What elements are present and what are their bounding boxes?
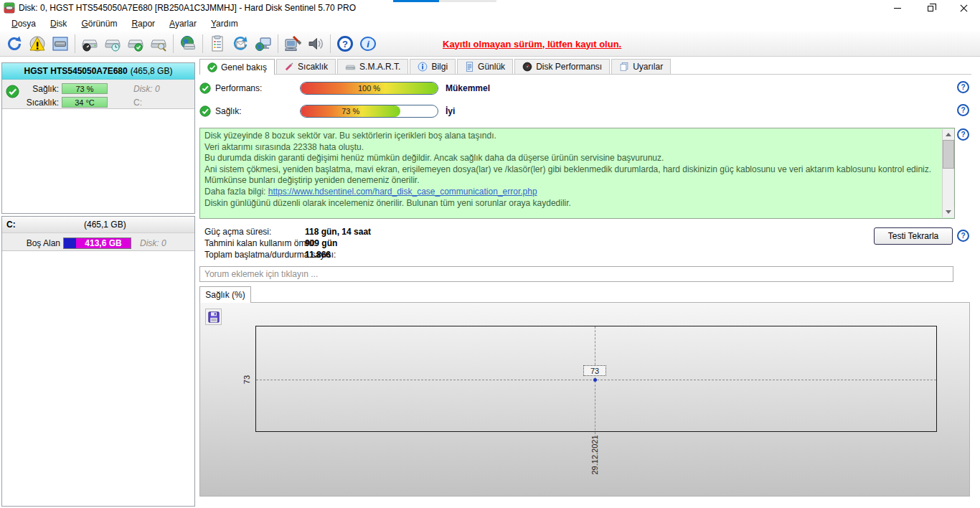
menu-disk[interactable]: Disk: [44, 17, 75, 30]
retest-button[interactable]: Testi Tekrarla: [874, 227, 953, 245]
scroll-up-icon[interactable]: [943, 129, 954, 140]
health-help-icon[interactable]: ?: [957, 104, 969, 116]
overlapping-window-sliver-gray: [439, 0, 496, 2]
disk-search-icon[interactable]: [147, 33, 170, 55]
more-info-prefix: Daha fazla bilgi:: [204, 187, 268, 197]
toolbar-separator: [75, 34, 75, 53]
disk-temp-bar: 34 °C: [62, 97, 108, 108]
tab-genel-bakis[interactable]: Genel bakış: [199, 59, 275, 75]
menu-gorunum[interactable]: Görünüm: [75, 17, 126, 30]
menu-rapor[interactable]: Rapor: [126, 17, 164, 30]
performance-row: Performans: 100 % Mükemmel: [199, 81, 490, 95]
stat-value-start-stop: 11.866: [305, 250, 331, 260]
restore-button[interactable]: [914, 0, 947, 16]
performance-help-icon[interactable]: ?: [957, 81, 969, 93]
main-tabs: Genel bakış Sıcaklık S.M.A.R.T. Bilgi Gü…: [199, 59, 971, 75]
message-line: Veri aktarımı sırasında 22338 hata oluşt…: [204, 142, 937, 154]
overview-check-icon: [207, 62, 217, 72]
tab-gunluk[interactable]: Günlük: [457, 59, 513, 74]
disk-panel-icon[interactable]: [49, 33, 72, 55]
tab-label: Uyarılar: [633, 62, 663, 72]
toolbar-separator: [173, 34, 174, 53]
partition-name: C:: [2, 220, 81, 230]
free-space-value: 413,6 GB: [76, 238, 131, 248]
chart-tab-health[interactable]: Sağlık (%): [199, 286, 251, 303]
free-space-used-segment: [64, 238, 76, 248]
performance-ok-icon: [199, 83, 211, 94]
free-space-label: Boş Alan: [2, 238, 63, 248]
toolbar: ? i Kayıtlı olmayan sürüm, lütfen kayıt …: [0, 32, 980, 57]
tab-smart[interactable]: S.M.A.R.T.: [337, 59, 408, 74]
scroll-down-icon[interactable]: [943, 207, 954, 217]
health-meter-fill: 73 %: [301, 105, 400, 117]
message-line: Diskin günlüğünü düzenli olarak inceleme…: [204, 198, 937, 210]
stat-value-lifetime: 909 gün: [305, 238, 337, 248]
chart-data-point: [593, 378, 597, 382]
help-glyph: ?: [337, 36, 353, 52]
partition-list: C: (465,1 GB) Boş Alan 413,6 GB Disk: 0: [1, 216, 195, 507]
warning-report-icon[interactable]: [26, 33, 49, 55]
sound-icon[interactable]: [304, 33, 327, 55]
help-icon[interactable]: ?: [334, 33, 357, 55]
disk-number-label: Disk: 0: [133, 84, 160, 94]
chart-point-label: 73: [583, 365, 606, 376]
message-help-icon[interactable]: ?: [957, 128, 969, 141]
log-page-icon: [465, 62, 474, 72]
health-ok-icon: [199, 105, 211, 117]
app-icon: [4, 2, 15, 14]
tab-sicaklik[interactable]: Sıcaklık: [276, 59, 336, 74]
menu-dosya[interactable]: Dosya: [6, 17, 44, 30]
tab-label: Günlük: [478, 62, 505, 72]
toolbar-separator: [278, 34, 278, 53]
chart-gridline-vertical: [595, 326, 595, 438]
menu-yardim[interactable]: Yardım: [205, 17, 247, 30]
remote-config-icon[interactable]: [281, 33, 304, 55]
disk-health-label: Sağlık:: [2, 84, 62, 94]
disk-gauge-icon[interactable]: [78, 33, 101, 55]
thermometer-icon: [284, 62, 294, 72]
performance-meter-fill: 100 %: [301, 83, 438, 94]
disk-model: HGST HTS545050A7E680: [24, 66, 128, 76]
scrollbar-thumb[interactable]: [943, 140, 954, 169]
tab-disk-performansi[interactable]: Disk Performansı: [514, 59, 610, 74]
partition-list-item[interactable]: C: (465,1 GB) Boş Alan 413,6 GB Disk: 0: [2, 217, 194, 251]
info-glyph: i: [360, 37, 376, 51]
disk-health-row: Sağlık: 73 % Disk: 0: [2, 83, 194, 95]
report-icon[interactable]: [206, 33, 229, 55]
window-controls: [881, 0, 980, 16]
performance-label: Performans:: [215, 83, 300, 93]
message-scrollbar[interactable]: [942, 129, 953, 217]
network-remote-icon[interactable]: [252, 33, 275, 55]
tab-label: Disk Performansı: [536, 62, 602, 72]
disk-test-icon[interactable]: [124, 33, 147, 55]
health-label: Sağlık:: [215, 106, 300, 116]
window-title: Disk: 0, HGST HTS545050A7E680 [RB250A1C3…: [19, 3, 356, 13]
tab-bilgi[interactable]: Bilgi: [410, 59, 456, 74]
more-info-link[interactable]: https://www.hdsentinel.com/hard_disk_cas…: [268, 187, 537, 197]
pages-icon: [619, 62, 629, 72]
tab-uyarilar[interactable]: Uyarılar: [611, 59, 671, 74]
message-line: Bu durumda diskin garanti değişimi henüz…: [204, 153, 937, 164]
tab-label: Genel bakış: [221, 62, 267, 72]
minimize-button[interactable]: [881, 0, 914, 16]
chart-save-button[interactable]: [205, 309, 222, 325]
close-button[interactable]: [947, 0, 980, 16]
disk-item-header: HGST HTS545050A7E680 (465,8 GB): [2, 63, 194, 80]
disk-temp-label: Sıcaklık:: [2, 98, 62, 108]
stat-label-lifetime: Tahmini kalan kullanım ömrü:: [204, 238, 316, 248]
disk-clock-icon[interactable]: [101, 33, 124, 55]
retest-help-icon[interactable]: ?: [957, 230, 969, 242]
health-history-chart: 73 73 29.12.2021: [199, 302, 970, 497]
register-notice-link[interactable]: Kayıtlı olmayan sürüm, lütfen kayıt olun…: [443, 39, 621, 50]
disk-health-bar: 73 %: [62, 83, 108, 94]
web-disk-icon[interactable]: [176, 33, 199, 55]
comment-input[interactable]: [199, 266, 953, 282]
disk-list-item[interactable]: HGST HTS545050A7E680 (465,8 GB) Sağlık: …: [2, 63, 194, 109]
menu-ayarlar[interactable]: Ayarlar: [164, 17, 205, 30]
info-icon[interactable]: i: [357, 33, 380, 55]
stat-label-power-on: Güç açma süresi:: [204, 227, 271, 237]
partition-disk-number: Disk: 0: [140, 238, 166, 248]
send-report-icon[interactable]: [229, 33, 252, 55]
refresh-icon[interactable]: [3, 33, 26, 55]
disk-list: HGST HTS545050A7E680 (465,8 GB) Sağlık: …: [1, 62, 195, 214]
